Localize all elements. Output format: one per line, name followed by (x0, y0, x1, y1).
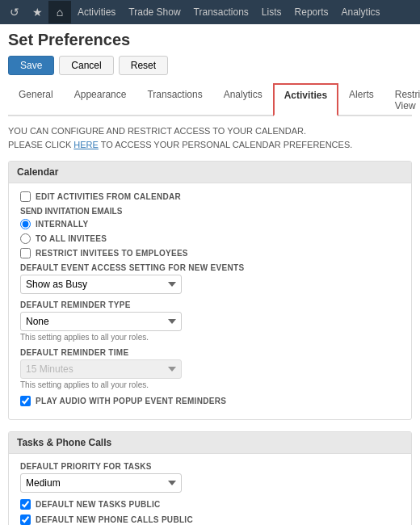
default-event-access-label: DEFAULT EVENT ACCESS SETTING FOR NEW EVE… (20, 263, 400, 272)
default-tasks-public-row: DEFAULT NEW TASKS PUBLIC (20, 499, 400, 510)
default-reminder-time-row: DEFAULT REMINDER TIME 15 Minutes 5 Minut… (20, 348, 400, 389)
play-audio-row: PLAY AUDIO WITH POPUP EVENT REMINDERS (20, 396, 400, 406)
default-reminder-time-sub: This setting applies to all your roles. (20, 380, 400, 389)
default-tasks-public-label: DEFAULT NEW TASKS PUBLIC (36, 500, 161, 509)
history-icon[interactable]: ↺ (3, 1, 26, 23)
default-priority-label: DEFAULT PRIORITY FOR TASKS (20, 462, 400, 471)
edit-activities-row: EDIT ACTIVITIES FROM CALENDAR (20, 191, 400, 202)
default-reminder-type-label: DEFAULT REMINDER TYPE (20, 300, 400, 309)
default-reminder-time-label: DEFAULT REMINDER TIME (20, 348, 400, 357)
tab-transactions[interactable]: Transactions (136, 83, 212, 116)
cancel-button[interactable]: Cancel (59, 56, 113, 75)
tab-bar: General Appearance Transactions Analytic… (8, 83, 412, 116)
page-content: Set Preferences Save Cancel Reset Genera… (0, 24, 420, 525)
default-phone-public-label: DEFAULT NEW PHONE CALLS PUBLIC (36, 515, 193, 524)
tab-activities[interactable]: Activities (273, 83, 338, 116)
restrict-invitees-row: RESTRICT INVITEES TO EMPLOYEES (20, 248, 400, 258)
tab-appearance[interactable]: Appearance (64, 83, 137, 116)
nav-tradeshow[interactable]: Trade Show (122, 0, 187, 24)
internally-label: INTERNALLY (36, 220, 88, 229)
tab-restrict-view[interactable]: Restrict View (384, 83, 420, 116)
play-audio-checkbox[interactable] (20, 396, 31, 406)
page-title: Set Preferences (8, 31, 412, 49)
default-reminder-time-select[interactable]: 15 Minutes 5 Minutes 10 Minutes 30 Minut… (20, 359, 182, 379)
tasks-section: Tasks & Phone Calls DEFAULT PRIORITY FOR… (8, 431, 412, 525)
default-priority-row: DEFAULT PRIORITY FOR TASKS Low Medium Hi… (20, 462, 400, 493)
reset-button[interactable]: Reset (119, 56, 168, 75)
all-invitees-radio[interactable] (20, 233, 31, 244)
nav-reports[interactable]: Reports (288, 0, 335, 24)
here-link[interactable]: HERE (74, 140, 99, 149)
internally-radio[interactable] (20, 219, 31, 229)
nav-transactions[interactable]: Transactions (187, 0, 255, 24)
calendar-section: Calendar EDIT ACTIVITIES FROM CALENDAR S… (8, 161, 412, 420)
default-event-access-select[interactable]: Show as Busy Free Private (20, 275, 182, 294)
internally-row: INTERNALLY (20, 219, 400, 229)
tab-general[interactable]: General (8, 83, 64, 116)
calendar-section-header: Calendar (9, 162, 411, 183)
send-invitation-label: SEND INVITATION EMAILS (20, 207, 400, 216)
default-event-access-row: DEFAULT EVENT ACCESS SETTING FOR NEW EVE… (20, 263, 400, 294)
tasks-section-body: DEFAULT PRIORITY FOR TASKS Low Medium Hi… (9, 454, 411, 525)
nav-analytics[interactable]: Analytics (335, 0, 387, 24)
edit-activities-label: EDIT ACTIVITIES FROM CALENDAR (36, 192, 181, 201)
all-invitees-label: TO ALL INVITEES (36, 234, 107, 243)
play-audio-label: PLAY AUDIO WITH POPUP EVENT REMINDERS (36, 397, 226, 405)
save-button[interactable]: Save (8, 56, 54, 75)
default-reminder-type-sub: This setting applies to all your roles. (20, 333, 400, 342)
restrict-invitees-checkbox[interactable] (20, 248, 31, 258)
all-invitees-row: TO ALL INVITEES (20, 233, 400, 244)
restrict-invitees-label: RESTRICT INVITEES TO EMPLOYEES (36, 249, 188, 258)
default-reminder-type-row: DEFAULT REMINDER TYPE None Email Popup T… (20, 300, 400, 342)
nav-activities[interactable]: Activities (71, 0, 122, 24)
toolbar: Save Cancel Reset (8, 56, 412, 75)
star-icon[interactable]: ★ (26, 1, 48, 23)
tasks-section-header: Tasks & Phone Calls (9, 432, 411, 454)
default-phone-public-row: DEFAULT NEW PHONE CALLS PUBLIC (20, 514, 400, 525)
default-phone-public-checkbox[interactable] (20, 514, 31, 525)
tab-analytics[interactable]: Analytics (213, 83, 273, 116)
edit-activities-checkbox[interactable] (20, 191, 31, 202)
calendar-section-body: EDIT ACTIVITIES FROM CALENDAR SEND INVIT… (9, 183, 411, 419)
default-tasks-public-checkbox[interactable] (20, 499, 31, 510)
home-icon[interactable]: ⌂ (48, 1, 71, 23)
default-priority-select[interactable]: Low Medium High (20, 473, 182, 493)
top-nav: ↺ ★ ⌂ Activities Trade Show Transactions… (0, 0, 420, 24)
info-text: YOU CAN CONFIGURE AND RESTRICT ACCESS TO… (8, 124, 412, 151)
tab-alerts[interactable]: Alerts (338, 83, 384, 116)
default-reminder-type-select[interactable]: None Email Popup (20, 312, 182, 331)
nav-lists[interactable]: Lists (255, 0, 288, 24)
